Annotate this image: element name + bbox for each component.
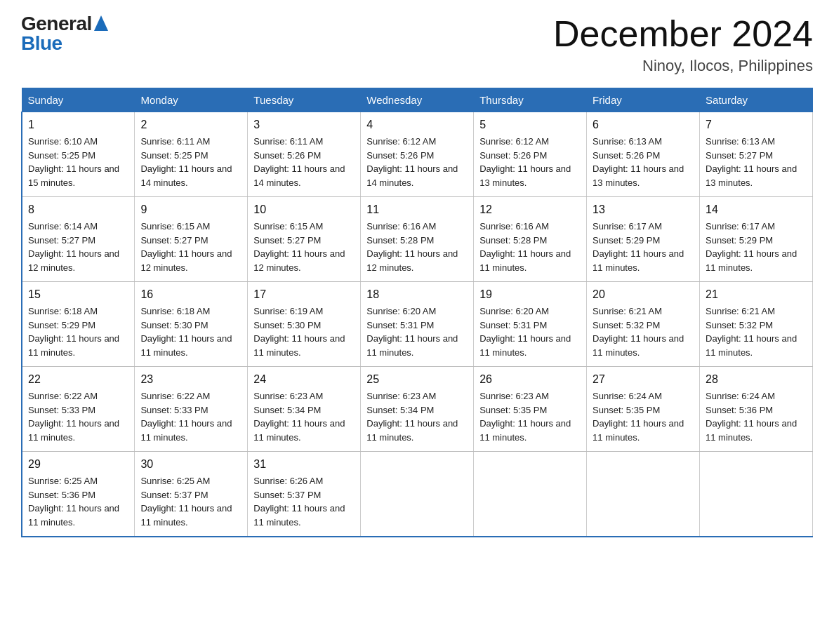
day-number: 25: [366, 371, 468, 388]
weekday-header-thursday: Thursday: [474, 88, 587, 112]
calendar-cell: 11Sunrise: 6:16 AMSunset: 5:28 PMDayligh…: [361, 197, 474, 282]
day-info: Sunrise: 6:22 AMSunset: 5:33 PMDaylight:…: [28, 389, 128, 444]
day-info: Sunrise: 6:24 AMSunset: 5:36 PMDaylight:…: [706, 389, 807, 444]
calendar-cell: 25Sunrise: 6:23 AMSunset: 5:34 PMDayligh…: [361, 367, 474, 452]
calendar-cell: 9Sunrise: 6:15 AMSunset: 5:27 PMDaylight…: [135, 197, 248, 282]
day-number: 7: [706, 116, 807, 133]
day-info: Sunrise: 6:17 AMSunset: 5:29 PMDaylight:…: [706, 220, 807, 274]
day-info: Sunrise: 6:11 AMSunset: 5:26 PMDaylight:…: [253, 135, 355, 189]
day-number: 31: [253, 456, 355, 473]
calendar-cell: 2Sunrise: 6:11 AMSunset: 5:25 PMDaylight…: [135, 112, 248, 197]
day-number: 30: [140, 456, 241, 473]
day-info: Sunrise: 6:10 AMSunset: 5:25 PMDaylight:…: [28, 135, 128, 189]
day-number: 2: [140, 116, 241, 133]
calendar-cell: 13Sunrise: 6:17 AMSunset: 5:29 PMDayligh…: [587, 197, 700, 282]
logo-blue-text: Blue: [21, 32, 62, 54]
calendar-cell: 28Sunrise: 6:24 AMSunset: 5:36 PMDayligh…: [700, 367, 813, 452]
svg-marker-0: [94, 15, 108, 31]
day-number: 27: [593, 371, 694, 388]
day-number: 24: [253, 371, 355, 388]
calendar-cell: [474, 452, 587, 537]
day-number: 4: [366, 116, 468, 133]
day-number: 1: [28, 116, 128, 133]
calendar-cell: 10Sunrise: 6:15 AMSunset: 5:27 PMDayligh…: [248, 197, 361, 282]
logo: General Blue: [21, 14, 108, 53]
day-number: 20: [593, 286, 694, 303]
day-info: Sunrise: 6:16 AMSunset: 5:28 PMDaylight:…: [479, 220, 581, 274]
calendar-week-2: 8Sunrise: 6:14 AMSunset: 5:27 PMDaylight…: [22, 197, 813, 282]
day-number: 18: [366, 286, 468, 303]
calendar-week-4: 22Sunrise: 6:22 AMSunset: 5:33 PMDayligh…: [22, 367, 813, 452]
calendar-cell: [361, 452, 474, 537]
calendar-cell: 14Sunrise: 6:17 AMSunset: 5:29 PMDayligh…: [700, 197, 813, 282]
calendar-week-3: 15Sunrise: 6:18 AMSunset: 5:29 PMDayligh…: [22, 282, 813, 367]
calendar-cell: 17Sunrise: 6:19 AMSunset: 5:30 PMDayligh…: [248, 282, 361, 367]
day-info: Sunrise: 6:20 AMSunset: 5:31 PMDaylight:…: [479, 304, 581, 359]
weekday-header-friday: Friday: [587, 88, 700, 112]
day-number: 9: [140, 201, 241, 218]
day-info: Sunrise: 6:16 AMSunset: 5:28 PMDaylight:…: [366, 220, 468, 274]
calendar-cell: 4Sunrise: 6:12 AMSunset: 5:26 PMDaylight…: [361, 112, 474, 197]
calendar-cell: 5Sunrise: 6:12 AMSunset: 5:26 PMDaylight…: [474, 112, 587, 197]
day-info: Sunrise: 6:26 AMSunset: 5:37 PMDaylight:…: [253, 474, 355, 529]
calendar-cell: 22Sunrise: 6:22 AMSunset: 5:33 PMDayligh…: [22, 367, 135, 452]
weekday-header-sunday: Sunday: [22, 88, 135, 112]
title-block: December 2024 Ninoy, Ilocos, Philippines: [553, 14, 813, 75]
day-info: Sunrise: 6:12 AMSunset: 5:26 PMDaylight:…: [479, 135, 581, 189]
day-info: Sunrise: 6:24 AMSunset: 5:35 PMDaylight:…: [593, 389, 694, 444]
day-info: Sunrise: 6:21 AMSunset: 5:32 PMDaylight:…: [593, 304, 694, 359]
day-number: 12: [479, 201, 581, 218]
logo-general-text: General: [21, 14, 92, 34]
day-info: Sunrise: 6:11 AMSunset: 5:25 PMDaylight:…: [140, 135, 241, 189]
calendar-cell: 23Sunrise: 6:22 AMSunset: 5:33 PMDayligh…: [135, 367, 248, 452]
calendar-header-row: SundayMondayTuesdayWednesdayThursdayFrid…: [22, 88, 813, 112]
day-number: 11: [366, 201, 468, 218]
calendar-cell: 24Sunrise: 6:23 AMSunset: 5:34 PMDayligh…: [248, 367, 361, 452]
day-info: Sunrise: 6:13 AMSunset: 5:27 PMDaylight:…: [706, 135, 807, 189]
day-info: Sunrise: 6:22 AMSunset: 5:33 PMDaylight:…: [140, 389, 241, 444]
month-year-title: December 2024: [553, 14, 813, 54]
day-number: 28: [706, 371, 807, 388]
day-info: Sunrise: 6:15 AMSunset: 5:27 PMDaylight:…: [253, 220, 355, 274]
calendar-cell: 6Sunrise: 6:13 AMSunset: 5:26 PMDaylight…: [587, 112, 700, 197]
calendar-cell: 31Sunrise: 6:26 AMSunset: 5:37 PMDayligh…: [248, 452, 361, 537]
calendar-week-5: 29Sunrise: 6:25 AMSunset: 5:36 PMDayligh…: [22, 452, 813, 537]
location-subtitle: Ninoy, Ilocos, Philippines: [553, 57, 813, 75]
day-number: 3: [253, 116, 355, 133]
day-number: 6: [593, 116, 694, 133]
calendar-cell: 7Sunrise: 6:13 AMSunset: 5:27 PMDaylight…: [700, 112, 813, 197]
calendar-cell: 1Sunrise: 6:10 AMSunset: 5:25 PMDaylight…: [22, 112, 135, 197]
calendar-cell: 12Sunrise: 6:16 AMSunset: 5:28 PMDayligh…: [474, 197, 587, 282]
day-number: 29: [28, 456, 128, 473]
weekday-header-saturday: Saturday: [700, 88, 813, 112]
calendar-cell: 26Sunrise: 6:23 AMSunset: 5:35 PMDayligh…: [474, 367, 587, 452]
calendar-cell: 27Sunrise: 6:24 AMSunset: 5:35 PMDayligh…: [587, 367, 700, 452]
day-info: Sunrise: 6:12 AMSunset: 5:26 PMDaylight:…: [366, 135, 468, 189]
calendar-cell: [587, 452, 700, 537]
day-number: 16: [140, 286, 241, 303]
calendar-week-1: 1Sunrise: 6:10 AMSunset: 5:25 PMDaylight…: [22, 112, 813, 197]
day-number: 15: [28, 286, 128, 303]
day-number: 8: [28, 201, 128, 218]
day-number: 5: [479, 116, 581, 133]
day-info: Sunrise: 6:23 AMSunset: 5:34 PMDaylight:…: [366, 389, 468, 444]
day-info: Sunrise: 6:18 AMSunset: 5:30 PMDaylight:…: [140, 304, 241, 359]
day-number: 19: [479, 286, 581, 303]
day-number: 10: [253, 201, 355, 218]
calendar-cell: 8Sunrise: 6:14 AMSunset: 5:27 PMDaylight…: [22, 197, 135, 282]
day-info: Sunrise: 6:25 AMSunset: 5:36 PMDaylight:…: [28, 474, 128, 529]
day-number: 17: [253, 286, 355, 303]
calendar-cell: 30Sunrise: 6:25 AMSunset: 5:37 PMDayligh…: [135, 452, 248, 537]
day-info: Sunrise: 6:25 AMSunset: 5:37 PMDaylight:…: [140, 474, 241, 529]
day-info: Sunrise: 6:17 AMSunset: 5:29 PMDaylight:…: [593, 220, 694, 274]
calendar-cell: 20Sunrise: 6:21 AMSunset: 5:32 PMDayligh…: [587, 282, 700, 367]
calendar-cell: 29Sunrise: 6:25 AMSunset: 5:36 PMDayligh…: [22, 452, 135, 537]
day-info: Sunrise: 6:13 AMSunset: 5:26 PMDaylight:…: [593, 135, 694, 189]
day-info: Sunrise: 6:20 AMSunset: 5:31 PMDaylight:…: [366, 304, 468, 359]
weekday-header-monday: Monday: [135, 88, 248, 112]
weekday-header-tuesday: Tuesday: [248, 88, 361, 112]
calendar-cell: [700, 452, 813, 537]
day-info: Sunrise: 6:23 AMSunset: 5:34 PMDaylight:…: [253, 389, 355, 444]
day-number: 13: [593, 201, 694, 218]
logo-triangle-icon: [94, 15, 108, 33]
